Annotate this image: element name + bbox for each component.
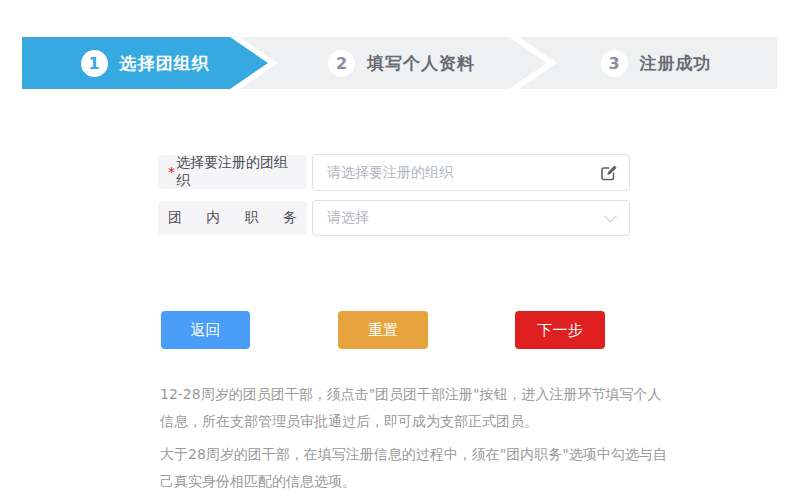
- back-button[interactable]: 返回: [161, 311, 250, 349]
- position-label-char: 内: [206, 209, 220, 227]
- step-fill-profile: 2 填写个人资料: [230, 37, 547, 89]
- position-label-char: 职: [245, 209, 259, 227]
- reset-button[interactable]: 重置: [338, 311, 428, 349]
- step-number-badge: 2: [328, 50, 355, 77]
- step-register-success: 3 注册成功: [509, 37, 777, 89]
- step-label: 选择团组织: [120, 52, 210, 75]
- step-label: 填写个人资料: [367, 52, 475, 75]
- position-label-char: 务: [283, 209, 297, 227]
- edit-icon[interactable]: [599, 163, 619, 183]
- organization-label-text: 选择要注册的团组织: [176, 154, 297, 190]
- step-number-badge: 3: [601, 50, 628, 77]
- organization-input[interactable]: 请选择要注册的组织: [312, 154, 630, 191]
- notes-section: 12-28周岁的团员团干部，须点击"团员团干部注册"按钮，进入注册环节填写个人信…: [160, 381, 668, 501]
- position-label-char: 团: [168, 209, 182, 227]
- position-placeholder: 请选择: [327, 209, 615, 227]
- step-select-organization: 1 选择团组织: [22, 37, 268, 89]
- position-field-label: 团 内 职 务: [158, 201, 307, 235]
- note-members: 12-28周岁的团员团干部，须点击"团员团干部注册"按钮，进入注册环节填写个人信…: [160, 381, 668, 435]
- note-over-28: 大于28周岁的团干部，在填写注册信息的过程中，须在"团内职务"选项中勾选与自己真…: [160, 441, 668, 495]
- required-mark: *: [168, 164, 175, 180]
- step-label: 注册成功: [640, 52, 712, 75]
- next-step-button[interactable]: 下一步: [515, 311, 605, 349]
- position-select[interactable]: 请选择: [312, 200, 630, 236]
- organization-field-label: * 选择要注册的团组织: [158, 155, 307, 189]
- organization-placeholder: 请选择要注册的组织: [327, 164, 615, 182]
- step-wizard: 1 选择团组织 2 填写个人资料 3 注册成功: [22, 37, 777, 89]
- registration-page: 1 选择团组织 2 填写个人资料 3 注册成功 * 选择要注册的团组织 请选择要…: [0, 0, 799, 501]
- step-number-badge: 1: [81, 50, 108, 77]
